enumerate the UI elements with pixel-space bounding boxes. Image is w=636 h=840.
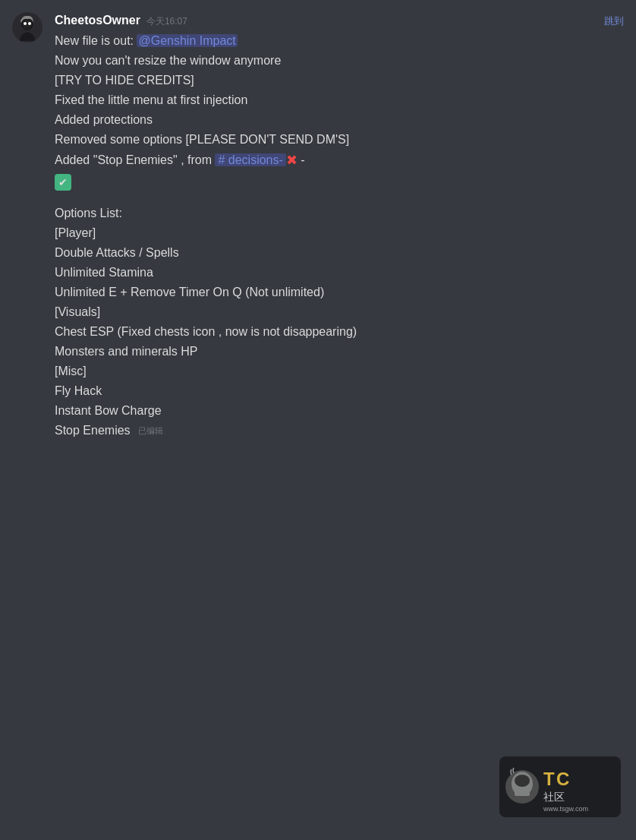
username: CheetosOwner bbox=[55, 12, 140, 29]
line-resize: Now you can't resize the window anymore bbox=[55, 52, 624, 70]
svg-text:C: C bbox=[556, 769, 569, 789]
jump-to-button[interactable]: 跳到 bbox=[604, 14, 624, 28]
line-new-file-text: New file is out: bbox=[55, 34, 137, 47]
line-removed-options: Removed some options [PLEASE DON'T SEND … bbox=[55, 131, 624, 149]
message-body: New file is out: @Genshin Impact Now you… bbox=[55, 32, 624, 440]
line-player-header: [Player] bbox=[55, 224, 624, 242]
watermark-badge: T C 社区 www.tsgw.com bbox=[499, 756, 621, 817]
avatar bbox=[12, 12, 43, 43]
message-content: CheetosOwner 今天16:07 跳到 New file is out:… bbox=[55, 12, 624, 441]
mention-genshin[interactable]: @Genshin Impact bbox=[137, 34, 237, 47]
svg-text:www.tsgw.com: www.tsgw.com bbox=[543, 805, 588, 813]
line-fly-hack: Fly Hack bbox=[55, 382, 624, 400]
line-fixed-menu: Fixed the little menu at first injection bbox=[55, 91, 624, 109]
svg-text:社区: 社区 bbox=[543, 791, 565, 803]
message-wrapper: CheetosOwner 今天16:07 跳到 New file is out:… bbox=[0, 0, 636, 840]
line-chest-esp: Chest ESP (Fixed chests icon , now is no… bbox=[55, 323, 624, 341]
edited-tag: 已编辑 bbox=[138, 425, 163, 437]
line-double-attacks: Double Attacks / Spells bbox=[55, 244, 624, 262]
timestamp: 今天16:07 bbox=[146, 15, 187, 28]
channel-mention-decisions[interactable]: # decisions- bbox=[215, 153, 285, 166]
spacer bbox=[55, 192, 624, 204]
line-check-emoji: ✔ bbox=[55, 172, 624, 191]
line-options-list: Options List: bbox=[55, 204, 624, 223]
x-emoji: ✖ bbox=[286, 150, 298, 171]
line-unlimited-e: Unlimited E + Remove Timer On Q (Not unl… bbox=[55, 283, 624, 302]
message-container: CheetosOwner 今天16:07 跳到 New file is out:… bbox=[0, 0, 636, 453]
svg-point-4 bbox=[28, 22, 31, 25]
message-header: CheetosOwner 今天16:07 跳到 bbox=[55, 12, 624, 29]
line-hide-credits: [TRY TO HIDE CREDITS] bbox=[55, 71, 624, 90]
line-unlimited-stamina: Unlimited Stamina bbox=[55, 264, 624, 282]
line-added-protections: Added protections bbox=[55, 111, 624, 129]
line-new-file: New file is out: @Genshin Impact bbox=[55, 32, 624, 50]
svg-text:T: T bbox=[543, 769, 555, 789]
line-stop-enemies-added: Added "Stop Enemies" , from # decisions-… bbox=[55, 150, 624, 171]
line-visuals-header: [Visuals] bbox=[55, 303, 624, 321]
svg-point-8 bbox=[515, 775, 530, 787]
line-stop-enemies: Stop Enemies 已编辑 bbox=[55, 422, 624, 440]
line-monsters-hp: Monsters and minerals HP bbox=[55, 343, 624, 361]
line-instant-bow: Instant Bow Charge bbox=[55, 402, 624, 420]
line-misc-header: [Misc] bbox=[55, 362, 624, 381]
svg-point-3 bbox=[24, 22, 27, 25]
svg-rect-9 bbox=[515, 790, 530, 796]
green-check-emoji: ✔ bbox=[55, 174, 71, 191]
